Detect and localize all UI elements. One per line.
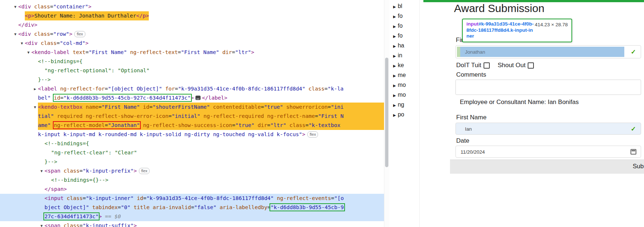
expand-arrow-icon[interactable]: ▶ xyxy=(393,34,396,38)
dom-tree-row[interactable]: <input class="k-input-inner" id="k-99a31… xyxy=(0,194,384,203)
indent: ▼ xyxy=(0,166,44,176)
dom-tree-row[interactable]: ▼<span class="k-input-prefix">flex xyxy=(0,166,384,176)
dom-tree-row[interactable]: <p>Shouter Name: Jonathan Durthaler</p> xyxy=(0,11,384,20)
dom-tree-row[interactable]: <!--bindings={ xyxy=(0,139,384,148)
collapse-arrow-icon[interactable]: ▼ xyxy=(14,2,16,11)
collapse-arrow-icon[interactable]: ▼ xyxy=(21,39,23,48)
employee-line: Employee or Consultant Name: Ian Bonifas xyxy=(460,99,579,106)
expand-arrow-icon[interactable]: ▶ xyxy=(393,5,396,9)
expand-arrow-icon[interactable]: ▶ xyxy=(393,54,396,58)
dom-tree-row[interactable]: ▼<div class="container"> xyxy=(0,2,384,11)
event-listener-item[interactable]: ▶bl xyxy=(389,1,419,11)
code-token-attr-value: "k-input-inner" xyxy=(86,195,134,201)
collapse-arrow-icon[interactable]: ▼ xyxy=(34,103,36,112)
code-token-attr-name: id xyxy=(133,195,143,201)
first-name-input-top[interactable]: Jonathan ✓ xyxy=(455,45,641,58)
dom-tree-row[interactable]: }--> xyxy=(0,75,384,84)
expand-arrow-icon[interactable]: ▶ xyxy=(393,74,396,78)
code-token-tag: <input xyxy=(44,195,67,201)
code-token-attr-name: required xyxy=(54,113,83,119)
code-token-comment: "ng-reflect-clear": "Clear" xyxy=(51,150,137,155)
date-input[interactable]: 11/20/2024 xyxy=(455,146,641,158)
event-listener-item[interactable]: ▶fo xyxy=(389,21,419,31)
expand-arrow-icon[interactable]: ▶ xyxy=(393,93,396,97)
dom-tree-row[interactable]: 27c-634d4f11473c"> == $0 xyxy=(0,212,384,221)
dom-tree-row[interactable]: ▼<div class="row">flex xyxy=(0,30,384,39)
code-token-attr-name: ng-reflect-show-error-icon xyxy=(82,113,168,119)
first-name-input[interactable]: Ian ✓ xyxy=(455,123,641,135)
collapse-arrow-icon[interactable]: ▼ xyxy=(40,166,43,176)
dom-tree-row[interactable]: ▼<div class="col-md"> xyxy=(0,39,384,48)
event-listener-item[interactable]: ▶in xyxy=(389,50,419,60)
expand-arrow-icon[interactable]: ▶ xyxy=(393,113,396,117)
dom-tree-row[interactable]: ▼<kendo-label text="First Name" ng-refle… xyxy=(0,48,384,57)
checkbox[interactable] xyxy=(528,62,534,69)
code-token-text: Shouter Name: Jonathan Durthaler xyxy=(34,13,136,19)
event-listener-item[interactable]: ▶ke xyxy=(389,60,419,70)
dom-tree-row[interactable]: <!--bindings={}--> xyxy=(0,176,384,185)
expand-arrow-icon[interactable]: ▶ xyxy=(393,24,396,28)
code-token-attr-value: "First Name" xyxy=(89,49,127,55)
indent xyxy=(0,66,44,75)
code-token-attr-name: aria-labelledby xyxy=(216,204,267,210)
scrollbar-thumb[interactable] xyxy=(385,58,388,167)
dom-tree-row[interactable]: </span> xyxy=(0,185,384,194)
indent xyxy=(0,93,38,103)
calendar-icon[interactable] xyxy=(631,149,636,154)
code-token-attr-name: class xyxy=(67,195,83,201)
flex-badge[interactable]: flex xyxy=(139,168,150,174)
dom-tree-row[interactable]: k-input k-input-md k-rounded-md k-input-… xyxy=(0,130,384,139)
dom-tree-row[interactable]: "ng-reflect-optional": "Optional" xyxy=(0,66,384,75)
event-listener-item[interactable]: ▶fo xyxy=(389,11,419,21)
event-listener-item[interactable]: ▶ha xyxy=(389,41,419,50)
flex-badge[interactable]: flex xyxy=(307,131,318,138)
expand-arrow-icon[interactable]: ▶ xyxy=(393,44,396,48)
collapse-arrow-icon[interactable]: ▼ xyxy=(27,48,30,57)
dom-node-text: }--> xyxy=(44,157,57,166)
expand-arrow-icon[interactable]: ▶ xyxy=(393,84,396,88)
expand-arrow-icon[interactable]: ▶ xyxy=(393,64,396,68)
event-listener-item[interactable]: ▶po xyxy=(389,109,419,119)
dom-tree-row[interactable]: bel" id="k-d6dd8b3b-9d55-45cb-927c-634d4… xyxy=(0,93,384,103)
dom-node-text: tial" required ng-reflect-show-error-ico… xyxy=(38,112,384,121)
submit-button[interactable]: Sub xyxy=(633,163,644,170)
code-token-comment: }--> xyxy=(38,77,51,82)
code-token-text: = xyxy=(232,122,236,128)
dom-tree-row[interactable]: "ng-reflect-clear": "Clear" xyxy=(0,148,384,157)
dom-tree-row[interactable]: }--> xyxy=(0,157,384,166)
code-token-attr-name: class xyxy=(286,122,305,128)
flex-badge[interactable]: flex xyxy=(74,31,85,37)
expand-arrow-icon[interactable]: ▶ xyxy=(34,84,36,93)
dom-tree-row[interactable]: bject Object]" tabindex="0" title aria-i… xyxy=(0,203,384,212)
green-annotation-box: id="k-d6dd8b3b-9d55-45cb-927c-634d4f1147… xyxy=(54,95,191,101)
dom-tree-row[interactable]: ▼<span class="k-input-suffix"> xyxy=(0,221,384,227)
dom-node-text: </span> xyxy=(44,185,67,194)
expand-arrow-icon[interactable]: ▶ xyxy=(393,15,396,19)
valid-check-icon: ✓ xyxy=(631,48,636,56)
dom-tree-row[interactable]: ▼<kendo-textbox name="First Name" id="sh… xyxy=(0,103,384,112)
more-button[interactable]: … xyxy=(195,96,201,100)
code-token-text: = xyxy=(305,122,309,128)
comments-textarea[interactable] xyxy=(455,80,641,95)
indent xyxy=(0,112,38,121)
collapse-arrow-icon[interactable]: ▼ xyxy=(40,221,43,227)
dom-tree-row[interactable]: tial" required ng-reflect-show-error-ico… xyxy=(0,112,384,121)
code-token-attr-name: class xyxy=(41,40,57,46)
browser-page: Award Submission First Name Jonathan ✓ i… xyxy=(419,0,644,227)
indent: ▼ xyxy=(0,2,18,11)
dom-tree-row[interactable]: </div> xyxy=(0,20,384,30)
expand-arrow-icon[interactable]: ▶ xyxy=(393,103,396,107)
checkbox[interactable] xyxy=(484,62,490,69)
dom-tree-row[interactable]: ▶<label ng-reflect-for="[object Object]"… xyxy=(0,84,384,93)
event-listener-item[interactable]: ▶ng xyxy=(389,100,419,109)
collapse-arrow-icon[interactable]: ▼ xyxy=(14,30,16,39)
event-listener-item[interactable]: ▶mo xyxy=(389,80,419,90)
dom-tree-row[interactable]: <!--bindings={ xyxy=(0,57,384,66)
event-listener-item[interactable]: ▶mo xyxy=(389,90,419,100)
code-token-tag: > xyxy=(85,40,89,46)
code-token-tag: > xyxy=(191,95,194,101)
devtools-scrollbar[interactable] xyxy=(384,0,389,227)
event-listener-item[interactable]: ▶me xyxy=(389,70,419,80)
event-listener-item[interactable]: ▶fo xyxy=(389,31,419,41)
dom-tree-row[interactable]: ame" ng-reflect-model="Jonathan" ng-refl… xyxy=(0,121,384,130)
